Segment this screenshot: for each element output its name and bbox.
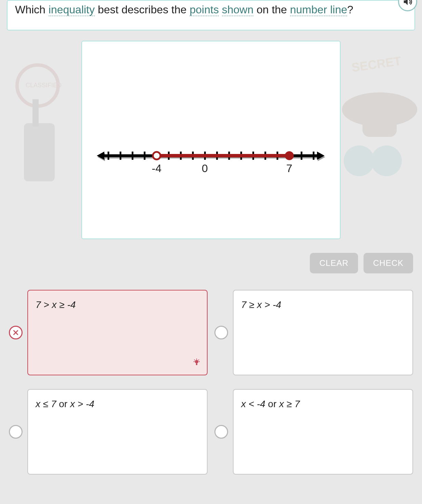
svg-text:CLASSIFIED: CLASSIFIED	[26, 82, 62, 89]
option-a-text: 7 > x ≥ -4	[36, 299, 76, 310]
q-prefix: Which	[15, 3, 49, 16]
check-button[interactable]: CHECK	[364, 253, 413, 273]
svg-rect-6	[362, 109, 397, 137]
speaker-icon	[403, 0, 413, 7]
option-b-radio[interactable]	[214, 326, 228, 339]
svg-rect-37	[196, 363, 197, 365]
option-c-card[interactable]: x ≤ 7 or x > -4	[27, 389, 208, 475]
answer-options: 7 > x ≥ -4 7 ≥ x > -4 x ≤ 7 or x > -4 x …	[9, 290, 413, 475]
glossary-points[interactable]: points	[189, 3, 219, 16]
svg-line-41	[194, 360, 195, 360]
x-icon	[12, 329, 19, 336]
clear-button[interactable]: CLEAR	[310, 253, 358, 273]
q-mid2: on the	[253, 3, 290, 16]
question-text: Which inequality best describes the poin…	[15, 3, 353, 16]
svg-line-42	[198, 360, 199, 360]
number-line: -4 0 7	[95, 145, 327, 188]
glossary-inequality[interactable]: inequality	[49, 3, 95, 16]
option-b-text: 7 ≥ x > -4	[241, 299, 281, 310]
option-a-radio[interactable]	[9, 326, 23, 339]
option-c-radio[interactable]	[9, 425, 23, 439]
option-d-radio[interactable]	[214, 425, 228, 439]
svg-point-0	[17, 65, 58, 106]
svg-point-35	[285, 151, 294, 160]
glossary-shown[interactable]: shown	[222, 3, 254, 16]
svg-point-34	[153, 152, 160, 159]
svg-rect-3	[24, 123, 55, 181]
option-b: 7 ≥ x > -4	[214, 290, 413, 375]
svg-point-5	[342, 92, 417, 127]
action-buttons: CLEAR CHECK	[0, 253, 413, 273]
option-d-card[interactable]: x < -4 or x ≥ 7	[233, 389, 413, 475]
diagram-panel: -4 0 7	[81, 41, 341, 239]
option-a-card[interactable]: 7 > x ≥ -4	[27, 290, 208, 375]
hint-icon[interactable]	[193, 358, 201, 369]
tick-label-neg4: -4	[152, 162, 161, 175]
read-aloud-button[interactable]	[398, 0, 417, 11]
glossary-number-line[interactable]: number line	[290, 3, 347, 16]
question-box: Which inequality best describes the poin…	[7, 0, 415, 30]
q-suffix: ?	[347, 3, 353, 16]
svg-text:SECRET: SECRET	[351, 54, 402, 75]
svg-point-7	[344, 145, 374, 176]
q-mid1: best describes the	[95, 3, 189, 16]
option-a: 7 > x ≥ -4	[9, 290, 208, 375]
q-sp1	[219, 3, 222, 16]
option-b-card[interactable]: 7 ≥ x > -4	[233, 290, 413, 375]
svg-point-8	[371, 145, 402, 176]
tick-label-0: 0	[202, 162, 208, 175]
tick-label-7: 7	[286, 162, 292, 175]
option-c: x ≤ 7 or x > -4	[9, 389, 208, 475]
svg-point-36	[195, 360, 198, 363]
option-d-text: x < -4 or x ≥ 7	[241, 399, 300, 409]
option-c-text: x ≤ 7 or x > -4	[36, 399, 94, 409]
option-d: x < -4 or x ≥ 7	[214, 389, 413, 475]
svg-rect-4	[32, 99, 39, 127]
